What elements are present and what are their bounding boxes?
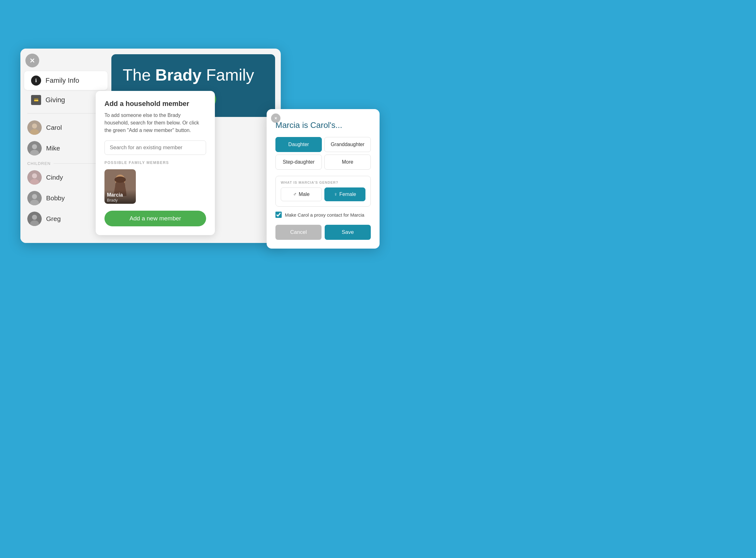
- svg-point-10: [32, 194, 37, 199]
- marcia-first-name: Marcia: [107, 192, 133, 198]
- relationship-modal: × Marcia is Carol's... Daughter Granddau…: [267, 109, 380, 249]
- svg-point-16: [115, 177, 126, 183]
- bobby-avatar: [27, 191, 42, 205]
- relationship-option-more[interactable]: More: [324, 155, 371, 170]
- sidebar-item-giving[interactable]: 💳 Giving: [24, 91, 107, 109]
- possible-member-card-marcia[interactable]: Marcia Brady: [104, 169, 136, 204]
- family-title: The Brady Family: [123, 66, 264, 84]
- gender-label: WHAT IS MARCIA'S GENDER?: [281, 181, 365, 184]
- sidebar-item-family-info-label: Family Info: [46, 76, 79, 85]
- gender-male-button[interactable]: ♂ Male: [281, 187, 322, 201]
- carol-avatar: [27, 120, 42, 135]
- relationship-option-granddaughter[interactable]: Granddaughter: [324, 137, 371, 152]
- male-icon: ♂: [293, 192, 297, 197]
- carol-name: Carol: [46, 124, 62, 131]
- proxy-label: Make Carol a proxy contact for Marcia: [285, 212, 364, 218]
- sidebar-item-giving-label: Giving: [46, 96, 65, 104]
- greg-avatar: [27, 211, 42, 226]
- proxy-checkbox[interactable]: [275, 211, 282, 218]
- cancel-button[interactable]: Cancel: [275, 225, 321, 240]
- save-button[interactable]: Save: [325, 225, 371, 240]
- relationship-option-daughter[interactable]: Daughter: [275, 137, 322, 152]
- marcia-last-name: Brady: [107, 198, 133, 203]
- marcia-photo: Marcia Brady: [104, 169, 136, 204]
- relationship-options: Daughter Granddaughter Step-daughter Mor…: [275, 137, 371, 170]
- relationship-title: Marcia is Carol's...: [275, 119, 371, 130]
- female-icon: ♀: [334, 192, 338, 197]
- popup-title: Add a household member: [104, 100, 206, 108]
- add-household-popup: Add a household member To add someone el…: [96, 91, 215, 235]
- search-input[interactable]: [104, 141, 206, 155]
- svg-point-13: [32, 215, 37, 220]
- possible-members-label: POSSIBLE FAMILY MEMBERS: [104, 160, 206, 165]
- gender-female-button[interactable]: ♀ Female: [324, 187, 365, 201]
- sidebar-divider: [27, 113, 104, 113]
- relationship-modal-close-button[interactable]: ×: [271, 113, 281, 123]
- proxy-row: Make Carol a proxy contact for Marcia: [275, 211, 371, 218]
- popup-description: To add someone else to the Brady househo…: [104, 111, 206, 134]
- family-title-bold: Brady: [155, 66, 201, 84]
- mike-name: Mike: [46, 145, 60, 152]
- bobby-name: Bobby: [46, 194, 65, 202]
- mike-avatar: [27, 141, 42, 155]
- info-icon: ℹ: [31, 76, 41, 85]
- svg-point-4: [32, 144, 37, 149]
- female-label: Female: [339, 192, 356, 197]
- sidebar-item-family-info[interactable]: ℹ Family Info: [24, 71, 107, 90]
- main-modal-close-button[interactable]: [25, 54, 39, 68]
- family-title-suffix: Family: [201, 66, 254, 84]
- svg-point-7: [32, 173, 37, 178]
- family-title-prefix: The: [123, 66, 155, 84]
- relationship-actions: Cancel Save: [275, 225, 371, 240]
- card-icon: 💳: [31, 95, 41, 105]
- cindy-avatar: [27, 170, 42, 185]
- svg-point-1: [32, 124, 37, 129]
- gender-section: WHAT IS MARCIA'S GENDER? ♂ Male ♀ Female: [275, 176, 371, 207]
- gender-buttons: ♂ Male ♀ Female: [281, 187, 365, 201]
- male-label: Male: [299, 192, 310, 197]
- add-new-member-button[interactable]: Add a new member: [104, 211, 206, 226]
- greg-name: Greg: [46, 215, 61, 223]
- cindy-name: Cindy: [46, 174, 63, 181]
- relationship-option-step-daughter[interactable]: Step-daughter: [275, 155, 322, 170]
